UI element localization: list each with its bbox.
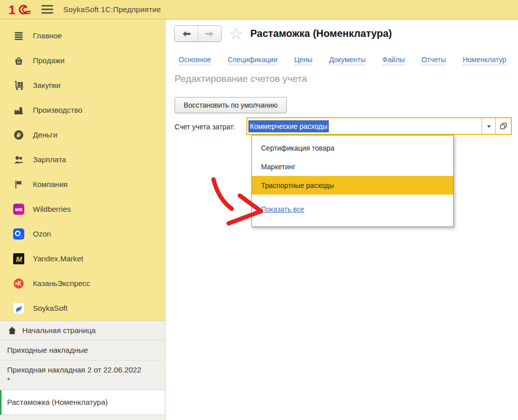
svg-text:1: 1 xyxy=(9,3,15,17)
tab-specifikacii[interactable]: Спецификации xyxy=(228,56,278,65)
basket-icon xyxy=(13,55,24,66)
dropdown-item-transportnye-highlighted[interactable]: Траспортные расходы xyxy=(252,176,453,195)
ruble-coin-icon: ₽ xyxy=(13,129,24,141)
factory-icon xyxy=(13,105,24,116)
sidebar-item-label: КазаньЭкспресс xyxy=(33,279,90,288)
tab-nomenklatura[interactable]: Номенклатур xyxy=(463,56,506,65)
form-tabs: Основное Спецификации Цены Документы Фай… xyxy=(179,56,518,65)
tab-otchety[interactable]: Отчеты xyxy=(421,56,446,65)
ozon-logo-icon xyxy=(13,228,24,240)
nav-item-prihodnye-nakladnye[interactable]: Приходные накладные xyxy=(0,341,165,360)
sidebar-item-label: Деньги xyxy=(33,130,57,139)
sidebar-item-label: Закупки xyxy=(33,81,61,89)
sidebar-item-label: Продажи xyxy=(33,56,65,65)
sidebar-item-soykasoft[interactable]: SoykaSoft xyxy=(0,296,165,320)
kazanexpress-logo-icon: К xyxy=(13,278,24,289)
sidebar-item-label: SoykaSoft xyxy=(33,304,67,312)
nav-item-label: Начальная страница xyxy=(22,325,96,336)
tab-osnovnoe[interactable]: Основное xyxy=(179,56,211,65)
svg-text:M: M xyxy=(16,255,23,263)
back-button[interactable] xyxy=(175,26,198,41)
flag-icon xyxy=(13,179,24,190)
tab-fayly[interactable]: Файлы xyxy=(382,56,405,65)
main-menu-icon[interactable] xyxy=(41,5,53,14)
forward-button[interactable] xyxy=(198,26,221,41)
favorite-star-icon[interactable]: ☆ xyxy=(229,27,243,41)
main-content: ☆ Растаможка (Номенклатура) Основное Спе… xyxy=(166,20,518,420)
sidebar-item-zakupki[interactable]: Закупки xyxy=(0,73,165,98)
sidebar-item-dengi[interactable]: ₽ Деньги xyxy=(0,122,165,147)
sidebar-item-label: Yandex.Market xyxy=(33,254,83,263)
sidebar-item-zarplata[interactable]: Зарплата xyxy=(0,147,165,172)
yandex-market-logo-icon: M xyxy=(13,253,24,264)
nav-item-label: Приходные накладные xyxy=(7,345,88,355)
home-icon xyxy=(7,325,17,336)
sidebar-item-yandex-market[interactable]: M Yandex.Market xyxy=(0,246,165,271)
nav-item-label: Приходная накладная 2 от 22.06.2022 * xyxy=(7,365,145,385)
sidebar-item-prodazhi[interactable]: Продажи xyxy=(0,48,165,73)
sidebar-item-wildberries[interactable]: WB Wildberries xyxy=(0,197,165,221)
form-toolbar: ☆ Растаможка (Номенклатура) xyxy=(174,25,392,42)
history-nav-buttons xyxy=(174,25,222,42)
cost-account-dropdown-list: Сертификация товара Маркетинг Траспортны… xyxy=(251,135,454,227)
svg-text:₽: ₽ xyxy=(17,131,21,138)
svg-text:К: К xyxy=(17,280,21,287)
arrow-left-icon xyxy=(182,30,191,37)
nav-item-label: Растаможка (Номенклатура) xyxy=(7,397,108,407)
show-all-link[interactable]: Показать все xyxy=(261,205,304,213)
combo-dropdown-button[interactable] xyxy=(482,118,495,134)
section-menu: Главное Продажи Зак xyxy=(0,20,165,320)
sidebar-item-ozon[interactable]: Ozon xyxy=(0,221,165,246)
section-title: Редактирование счетов учета xyxy=(175,73,307,84)
sidebar-item-label: Главное xyxy=(33,31,62,40)
app-window: 1 SoykaSoft 1С:Предприятие Главное xyxy=(0,0,518,420)
cost-account-label: Счет учета затрат: xyxy=(175,123,235,131)
dropdown-item-sertifikaciya[interactable]: Сертификация товара xyxy=(252,138,453,157)
tab-dokumenty[interactable]: Документы xyxy=(329,56,366,65)
people-icon xyxy=(13,154,24,165)
arrow-right-icon xyxy=(205,30,214,37)
svg-text:WB: WB xyxy=(15,207,23,212)
cart-icon xyxy=(13,80,24,91)
nav-item-prihodnaya-nakladnaya-2[interactable]: Приходная накладная 2 от 22.06.2022 * xyxy=(0,360,165,390)
open-windows-panel: Начальная страница Приходные накладные П… xyxy=(0,320,165,420)
show-all-row: Показать все xyxy=(252,196,453,222)
sidebar-item-label: Компания xyxy=(33,180,68,189)
sidebar-item-label: Ozon xyxy=(33,229,51,238)
soykasoft-logo-icon xyxy=(13,303,24,314)
wildberries-logo-icon: WB xyxy=(13,204,24,215)
nav-item-rastamozhka-active[interactable]: Растаможка (Номенклатура) xyxy=(0,390,165,415)
sidebar-item-label: Wildberries xyxy=(33,205,71,213)
dropdown-item-marketing[interactable]: Маркетинг xyxy=(252,157,453,176)
chevron-down-icon xyxy=(486,124,492,128)
sidebar: Главное Продажи Зак xyxy=(0,20,165,420)
sidebar-item-label: Зарплата xyxy=(33,155,66,164)
sidebar-item-proizvodstvo[interactable]: Производство xyxy=(0,98,165,122)
sidebar-item-kazanexpress[interactable]: К КазаньЭкспресс xyxy=(0,271,165,296)
window-title: SoykaSoft 1С:Предприятие xyxy=(63,5,161,14)
restore-defaults-button[interactable]: Восстановить по умолчанию xyxy=(175,97,287,113)
nav-item-home[interactable]: Начальная страница xyxy=(0,321,165,341)
page-title: Растаможка (Номенклатура) xyxy=(250,28,392,39)
combo-choose-button[interactable] xyxy=(495,118,511,134)
sidebar-item-kompaniya[interactable]: Компания xyxy=(0,172,165,197)
list-icon xyxy=(13,30,24,41)
cost-account-value-selected: Коммерческие расходы xyxy=(248,120,329,132)
choose-from-list-icon xyxy=(500,122,507,130)
top-bar: 1 SoykaSoft 1С:Предприятие xyxy=(0,0,518,20)
cost-account-combobox[interactable]: Коммерческие расходы xyxy=(246,117,512,135)
1c-logo-icon: 1 xyxy=(8,3,31,17)
tab-ceny[interactable]: Цены xyxy=(294,56,313,65)
sidebar-item-label: Производство xyxy=(33,106,82,114)
sidebar-item-glavnoe[interactable]: Главное xyxy=(0,23,165,48)
